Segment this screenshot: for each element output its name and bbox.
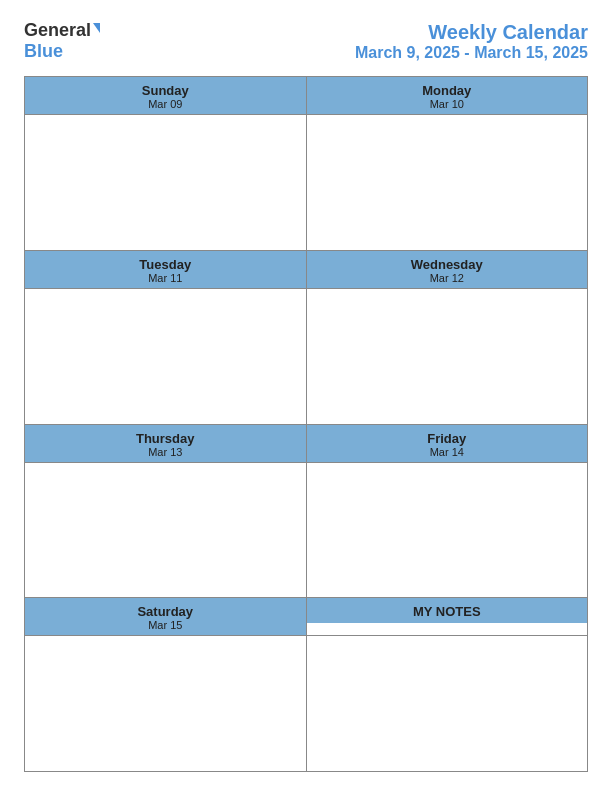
- sunday-header: Sunday Mar 09: [25, 77, 306, 114]
- week-block-3: Thursday Mar 13 Friday Mar 14: [25, 425, 587, 599]
- sunday-cell: Sunday Mar 09: [25, 77, 307, 114]
- notes-content: [307, 636, 588, 771]
- sunday-name: Sunday: [29, 83, 302, 98]
- week-3-header-row: Thursday Mar 13 Friday Mar 14: [25, 425, 587, 463]
- monday-cell: Monday Mar 10: [307, 77, 588, 114]
- week-block-4: Saturday Mar 15 MY NOTES: [25, 598, 587, 771]
- logo: General Blue: [24, 20, 100, 62]
- wednesday-name: Wednesday: [311, 257, 584, 272]
- saturday-content: [25, 636, 306, 771]
- header: General Blue Weekly Calendar March 9, 20…: [24, 20, 588, 62]
- logo-triangle-icon: [93, 23, 100, 33]
- notes-content-cell: [307, 636, 588, 771]
- notes-header: MY NOTES: [307, 598, 588, 623]
- thursday-content-cell: [25, 463, 307, 598]
- tuesday-header: Tuesday Mar 11: [25, 251, 306, 288]
- week-1-content-row: [25, 115, 587, 250]
- calendar-date-range: March 9, 2025 - March 15, 2025: [355, 44, 588, 62]
- monday-content-cell: [307, 115, 588, 250]
- thursday-content: [25, 463, 306, 598]
- logo-blue-text: Blue: [24, 41, 63, 62]
- thursday-name: Thursday: [29, 431, 302, 446]
- week-2-header-row: Tuesday Mar 11 Wednesday Mar 12: [25, 251, 587, 289]
- week-block-1: Sunday Mar 09 Monday Mar 10: [25, 77, 587, 251]
- saturday-date: Mar 15: [29, 619, 302, 631]
- wednesday-content-cell: [307, 289, 588, 424]
- saturday-name: Saturday: [29, 604, 302, 619]
- thursday-date: Mar 13: [29, 446, 302, 458]
- monday-name: Monday: [311, 83, 584, 98]
- week-2-content-row: [25, 289, 587, 424]
- tuesday-cell: Tuesday Mar 11: [25, 251, 307, 288]
- week-1-header-row: Sunday Mar 09 Monday Mar 10: [25, 77, 587, 115]
- saturday-content-cell: [25, 636, 307, 771]
- thursday-header: Thursday Mar 13: [25, 425, 306, 462]
- monday-content: [307, 115, 588, 250]
- tuesday-content-cell: [25, 289, 307, 424]
- notes-label: MY NOTES: [311, 604, 584, 619]
- calendar: Sunday Mar 09 Monday Mar 10: [24, 76, 588, 772]
- week-4-header-row: Saturday Mar 15 MY NOTES: [25, 598, 587, 636]
- week-4-content-row: [25, 636, 587, 771]
- week-3-content-row: [25, 463, 587, 598]
- tuesday-name: Tuesday: [29, 257, 302, 272]
- friday-content: [307, 463, 588, 598]
- friday-content-cell: [307, 463, 588, 598]
- monday-date: Mar 10: [311, 98, 584, 110]
- saturday-cell: Saturday Mar 15: [25, 598, 307, 635]
- friday-cell: Friday Mar 14: [307, 425, 588, 462]
- sunday-content-cell: [25, 115, 307, 250]
- tuesday-content: [25, 289, 306, 424]
- tuesday-date: Mar 11: [29, 272, 302, 284]
- friday-date: Mar 14: [311, 446, 584, 458]
- wednesday-cell: Wednesday Mar 12: [307, 251, 588, 288]
- page: General Blue Weekly Calendar March 9, 20…: [0, 0, 612, 792]
- saturday-header: Saturday Mar 15: [25, 598, 306, 635]
- week-block-2: Tuesday Mar 11 Wednesday Mar 12: [25, 251, 587, 425]
- friday-header: Friday Mar 14: [307, 425, 588, 462]
- monday-header: Monday Mar 10: [307, 77, 588, 114]
- title-block: Weekly Calendar March 9, 2025 - March 15…: [355, 21, 588, 62]
- friday-name: Friday: [311, 431, 584, 446]
- wednesday-header: Wednesday Mar 12: [307, 251, 588, 288]
- logo-general-text: General: [24, 20, 91, 41]
- thursday-cell: Thursday Mar 13: [25, 425, 307, 462]
- calendar-title: Weekly Calendar: [355, 21, 588, 44]
- notes-cell-header: MY NOTES: [307, 598, 588, 635]
- sunday-date: Mar 09: [29, 98, 302, 110]
- wednesday-content: [307, 289, 588, 424]
- sunday-content: [25, 115, 306, 250]
- wednesday-date: Mar 12: [311, 272, 584, 284]
